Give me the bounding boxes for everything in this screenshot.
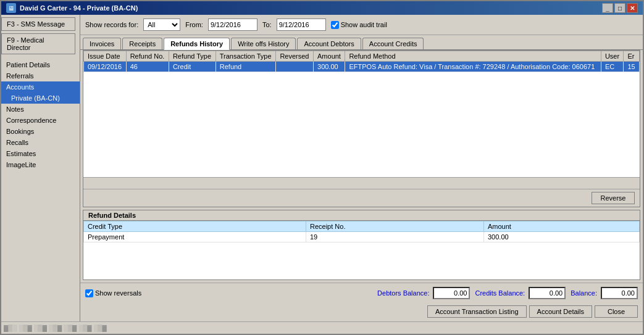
side-buttons: F3 - SMS Message F9 - Medical Director [1,17,80,54]
col-issue-date[interactable]: Issue Date [84,51,127,62]
from-date-input[interactable] [208,19,257,31]
reverse-button[interactable]: Reverse [592,192,635,204]
title-bar: 🖥 David G Carter - 94 - Private (BA-CN) … [1,1,643,15]
balance-input [601,287,638,299]
refund-details-table: Credit Type Receipt No. Amount Prepaymen… [83,221,640,242]
col-reversed[interactable]: Reversed [276,51,314,62]
status-bar: ▓▒░ ░▒▓ ░▒▓ ░▒▓ ░▒▓ ░▒▓ ░▒▓ [1,321,643,334]
sidebar-item-recalls[interactable]: Recalls [1,137,80,148]
account-transaction-button[interactable]: Account Transaction Listing [427,305,527,318]
sidebar-item-correspondence[interactable]: Correspondence [1,115,80,126]
rd-col-credit-type[interactable]: Credit Type [84,221,306,232]
toolbar: Show records for: All From: To: Show aud… [80,15,643,35]
show-records-select[interactable]: All [143,19,180,31]
col-refund-no[interactable]: Refund No. [126,51,169,62]
sidebar: F3 - SMS Message F9 - Medical Director P… [1,15,80,321]
col-refund-type[interactable]: Refund Type [169,51,215,62]
show-audit-label[interactable]: Show audit trail [331,21,387,29]
rd-cell-amount: 300.00 [484,232,640,242]
content-area: Issue Date Refund No. Refund Type Transa… [83,50,640,207]
tab-refunds-history[interactable]: Refunds History [164,38,230,50]
tab-account-credits[interactable]: Account Credits [362,38,424,49]
refund-details-title: Refund Details [83,210,640,221]
window-title: David G Carter - 94 - Private (BA-CN) [20,4,138,12]
cell-user: EC [601,62,624,72]
cell-issue-date: 09/12/2016 [84,62,127,72]
window-body: F3 - SMS Message F9 - Medical Director P… [1,15,643,321]
debtors-balance-label: Debtors Balance: [377,289,429,297]
cell-refund-method: EFTPOS Auto Refund: Visa / Transaction #… [345,62,601,72]
action-bar: Reverse [83,189,640,207]
tab-invoices[interactable]: Invoices [83,38,121,49]
col-amount[interactable]: Amount [314,51,345,62]
col-transaction-type[interactable]: Transaction Type [215,51,276,62]
debtors-balance-input [433,287,470,299]
show-audit-checkbox[interactable] [331,21,339,29]
sidebar-item-notes[interactable]: Notes [1,104,80,115]
tab-receipts[interactable]: Receipts [122,38,162,49]
sidebar-item-imagelite[interactable]: ImageLite [1,159,80,170]
f3-sms-button[interactable]: F3 - SMS Message [1,17,75,31]
maximize-button[interactable]: □ [614,3,625,13]
rd-col-receipt-no[interactable]: Receipt No. [306,221,484,232]
close-window-button[interactable]: ✕ [627,3,638,13]
refunds-table: Issue Date Refund No. Refund Type Transa… [83,51,640,72]
show-reversals-checkbox[interactable] [85,289,93,297]
balance-label: Balance: [571,289,597,297]
minimize-button[interactable]: _ [602,3,613,13]
cell-reversed [276,62,314,72]
main-table-container[interactable]: Issue Date Refund No. Refund Type Transa… [83,51,640,177]
from-label: From: [185,21,203,28]
window-icon: 🖥 [6,3,16,13]
rd-cell-credit-type: Prepayment [84,232,306,242]
tab-write-offs-history[interactable]: Write offs History [231,38,296,49]
credits-balance-group: Credits Balance: [475,287,566,299]
rd-cell-receipt-no: 19 [306,232,484,242]
title-buttons: _ □ ✕ [602,3,638,13]
to-label: To: [262,21,272,28]
sidebar-item-estimates[interactable]: Estimates [1,148,80,159]
show-records-label: Show records for: [85,21,138,28]
sidebar-item-accounts[interactable]: Accounts [1,81,80,93]
title-bar-left: 🖥 David G Carter - 94 - Private (BA-CN) [6,3,138,13]
cell-er: 15 [624,62,640,72]
to-date-input[interactable] [277,19,326,31]
refund-details-section: Refund Details Credit Type Receipt No. A… [83,210,640,280]
refund-detail-row[interactable]: Prepayment 19 300.00 [84,232,640,242]
tab-account-debtors[interactable]: Account Debtors [297,38,361,49]
table-row[interactable]: 09/12/2016 46 Credit Refund 300.00 EFTPO… [84,62,640,72]
account-details-button[interactable]: Account Details [529,305,592,318]
bottom-buttons: Account Transaction Listing Account Deta… [80,303,643,321]
status-text: ▓▒░ ░▒▓ ░▒▓ ░▒▓ ░▒▓ ░▒▓ ░▒▓ [4,325,107,331]
col-refund-method[interactable]: Refund Method [345,51,601,62]
col-er[interactable]: Er [624,51,640,62]
close-button[interactable]: Close [595,305,638,318]
credits-balance-label: Credits Balance: [475,289,525,297]
sidebar-item-private-ba-cn[interactable]: Private (BA-CN) [1,93,80,104]
cell-transaction-type: Refund [215,62,276,72]
cell-refund-type: Credit [169,62,215,72]
rd-col-amount[interactable]: Amount [484,221,640,232]
right-buttons: Account Transaction Listing Account Deta… [427,305,638,318]
show-reversals-label[interactable]: Show reversals [85,289,141,297]
credits-balance-input [529,287,566,299]
separator-bar [83,177,640,189]
sidebar-item-referrals[interactable]: Referrals [1,70,80,81]
bottom-bar: Show reversals Debtors Balance: Credits … [80,283,643,303]
sidebar-item-bookings[interactable]: Bookings [1,126,80,137]
cell-refund-no: 46 [126,62,169,72]
sidebar-item-patient-details[interactable]: Patient Details [1,59,80,70]
main-area: Show records for: All From: To: Show aud… [80,15,643,321]
tab-bar: Invoices Receipts Refunds History Write … [80,35,643,50]
main-window: 🖥 David G Carter - 94 - Private (BA-CN) … [0,0,644,335]
col-user[interactable]: User [601,51,624,62]
f9-medical-button[interactable]: F9 - Medical Director [1,33,75,54]
balance-group: Balance: [571,287,638,299]
refund-details-empty [83,242,640,279]
cell-amount: 300.00 [314,62,345,72]
debtors-balance-group: Debtors Balance: [377,287,470,299]
